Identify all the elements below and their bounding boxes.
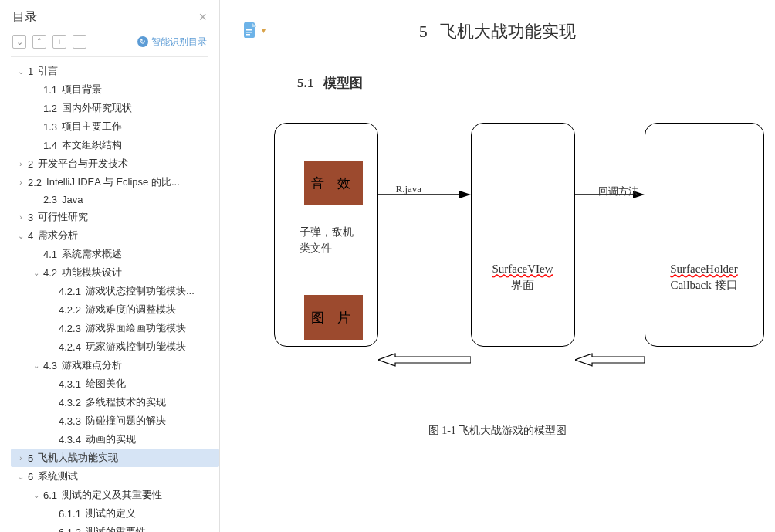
toc-item-num: 4.2.4 (59, 341, 81, 353)
chevron-down-icon[interactable]: ⌄ (15, 232, 26, 240)
toc-sidebar: 目录 × ⌄ ˄ + − ↻ 智能识别目录 ⌄1引言1.1项目背景1.2国内外研… (0, 0, 220, 532)
toc-item[interactable]: ›2.2IntelliJ IDEA 与 Eclipse 的比... (11, 173, 219, 191)
chevron-right-icon[interactable]: › (15, 213, 26, 222)
toc-item[interactable]: 1.3项目主要工作 (11, 117, 219, 136)
toc-item-label: 本文组织结构 (62, 138, 122, 152)
toc-item[interactable]: 4.3.3防碰撞问题的解决 (11, 412, 219, 430)
toc-item-num: 3 (28, 212, 33, 223)
divider (11, 56, 208, 57)
chapter-title: 5 飞机大战功能实现 (251, 20, 744, 43)
close-icon[interactable]: × (198, 9, 207, 25)
minus-icon[interactable]: − (73, 35, 86, 49)
dropdown-icon[interactable]: ▾ (262, 26, 266, 35)
toc-item-num: 4.3.4 (59, 434, 81, 446)
diagram-inner-sound: 音 效 (304, 161, 363, 205)
toc-item[interactable]: 6.1.1测试的定义 (11, 504, 219, 523)
toc-item-num: 2.2 (28, 177, 42, 188)
chevron-down-icon[interactable]: ⌄ (15, 67, 26, 76)
toc-item-label: 系统需求概述 (62, 247, 122, 261)
toc-item-num: 4.3.3 (59, 415, 81, 427)
toc-item[interactable]: 4.3.2多线程技术的实现 (11, 393, 219, 412)
diagram-box-resources: 音 效 子弹，敌机 类文件 图 片 (274, 123, 378, 347)
toc-item[interactable]: ›5飞机大战功能实现 (11, 449, 219, 467)
svg-marker-9 (575, 354, 645, 366)
toc-item-num: 1.2 (43, 103, 57, 114)
toc-item-label: 多线程技术的实现 (86, 395, 166, 409)
svg-rect-2 (246, 32, 252, 33)
toc-item-label: 游戏难点分析 (62, 358, 122, 372)
toc-item[interactable]: 4.2.3游戏界面绘画功能模块 (11, 319, 219, 337)
section-title: 5.1 模型图 (297, 74, 744, 92)
toc-item-num: 4.3.2 (59, 397, 81, 408)
toc-item-num: 6.1 (43, 490, 57, 501)
chevron-down-icon[interactable]: ⌄ (31, 269, 42, 277)
toc-item[interactable]: 1.4本文组织结构 (11, 136, 219, 154)
toolbar-left: ⌄ ˄ + − (12, 35, 86, 49)
toc-item[interactable]: ⌄4需求分析 (11, 226, 219, 245)
chevron-right-icon[interactable]: › (15, 454, 26, 463)
toc-item-label: IntelliJ IDEA 与 Eclipse 的比... (46, 175, 180, 189)
svg-rect-1 (246, 29, 252, 31)
toc-item-label: 系统测试 (38, 469, 78, 483)
plus-icon[interactable]: + (52, 35, 66, 49)
section-title-text: 模型图 (323, 76, 363, 90)
toc-item[interactable]: 4.2.1游戏状态控制功能模块... (11, 282, 219, 300)
model-diagram: 音 效 子弹，敌机 类文件 图 片 R.java SurfaceVIew 界面 … (259, 123, 737, 378)
toc-item-label: Java (62, 194, 83, 205)
chevron-right-icon[interactable]: › (15, 178, 26, 187)
toc-item[interactable]: ⌄1引言 (11, 62, 219, 80)
toc-item-num: 1.1 (43, 84, 57, 96)
diagram-caption: 图 1-1 飞机大战游戏的模型图 (251, 424, 744, 438)
smart-toc-icon: ↻ (137, 36, 148, 47)
chevron-down-icon[interactable]: ⌄ (31, 491, 42, 500)
toc-item[interactable]: ⌄6系统测试 (11, 467, 219, 486)
toc-item-num: 4.2.3 (59, 323, 81, 334)
toc-item[interactable]: ⌄4.2功能模块设计 (11, 263, 219, 282)
toc-item-label: 飞机大战功能实现 (38, 451, 118, 465)
toc-item[interactable]: 6.1.2测试的重要性 (11, 523, 219, 532)
svg-rect-3 (246, 34, 250, 36)
surfaceholder-label: SurfaceHolder (645, 263, 763, 276)
toc-item[interactable]: 1.2国内外研究现状 (11, 99, 219, 117)
chapter-num: 5 (419, 22, 428, 41)
toc-item[interactable]: ›2开发平台与开发技术 (11, 154, 219, 173)
toc-item[interactable]: 4.2.2游戏难度的调整模块 (11, 300, 219, 319)
collapse-icon[interactable]: ⌄ (12, 35, 26, 49)
toc-item-num: 2 (28, 158, 33, 170)
chapter-title-text: 飞机大战功能实现 (440, 22, 576, 41)
toc-item-label: 游戏界面绘画功能模块 (86, 321, 186, 335)
diagram-box-surfaceview: SurfaceVIew 界面 (471, 123, 575, 347)
toc-item-num: 4.3 (43, 360, 57, 371)
toc-item-num: 4.2 (43, 267, 57, 279)
toc-item[interactable]: 4.3.1绘图美化 (11, 374, 219, 393)
toc-item-label: 测试的重要性 (86, 525, 146, 532)
toc-item[interactable]: 2.3Java (11, 191, 219, 208)
document-icon[interactable] (243, 22, 257, 39)
toc-item-label: 国内外研究现状 (62, 101, 132, 115)
toc-item-label: 项目背景 (62, 83, 102, 97)
chevron-down-icon[interactable]: ⌄ (31, 361, 42, 370)
surfaceview-label: SurfaceVIew (472, 263, 574, 276)
toc-list[interactable]: ⌄1引言1.1项目背景1.2国内外研究现状1.3项目主要工作1.4本文组织结构›… (0, 62, 219, 532)
toc-item[interactable]: 1.1项目背景 (11, 80, 219, 99)
smart-toc-button[interactable]: ↻ 智能识别目录 (137, 36, 207, 49)
toc-item-num: 6.1.2 (59, 527, 81, 533)
toc-item-num: 5 (28, 452, 33, 464)
arrow-left-2 (575, 353, 645, 367)
toc-item[interactable]: 4.2.4玩家游戏控制功能模块 (11, 337, 219, 356)
toc-item-label: 测试的定义及其重要性 (62, 488, 162, 502)
toc-item-label: 防碰撞问题的解决 (86, 414, 166, 428)
expand-icon[interactable]: ˄ (32, 35, 46, 49)
toc-item[interactable]: ›3可行性研究 (11, 208, 219, 226)
toc-item[interactable]: ⌄6.1测试的定义及其重要性 (11, 486, 219, 504)
toc-item[interactable]: ⌄4.3游戏难点分析 (11, 356, 219, 374)
chevron-right-icon[interactable]: › (15, 160, 26, 168)
toc-item[interactable]: 4.1系统需求概述 (11, 245, 219, 263)
toc-item-label: 需求分析 (38, 229, 78, 242)
chevron-down-icon[interactable]: ⌄ (15, 473, 26, 481)
toc-item[interactable]: 4.3.4动画的实现 (11, 430, 219, 449)
toc-item-label: 测试的定义 (86, 507, 136, 520)
toc-item-num: 4.3.1 (59, 378, 81, 390)
toc-item-num: 6 (28, 471, 33, 483)
diagram-subtext: 子弹，敌机 类文件 (300, 224, 354, 256)
